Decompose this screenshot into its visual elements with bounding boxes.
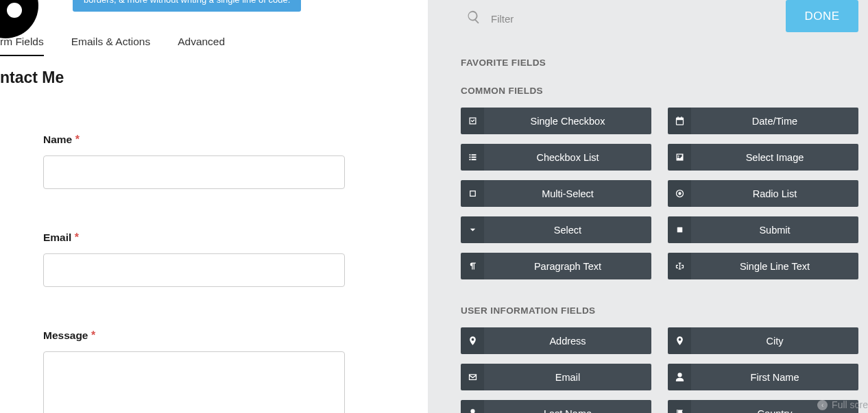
field-palette-drawer: DONE FAVORITE FIELDS COMMON FIELDS Singl… [428, 0, 868, 413]
filter-input[interactable] [491, 13, 669, 25]
field-label: Message [43, 329, 88, 342]
field-label: Email [43, 231, 71, 244]
field-type-label: Paragraph Text [484, 253, 651, 279]
field-type-label: Address [484, 327, 651, 354]
field-type-label: Date/Time [691, 108, 858, 134]
field-label: Name [43, 134, 72, 146]
field-type-button[interactable]: City [668, 327, 858, 354]
required-indicator: * [75, 134, 80, 145]
field-type-button[interactable]: Select Image [668, 144, 858, 171]
form-title[interactable]: ntact Me [0, 68, 64, 87]
list-icon [461, 144, 484, 171]
envelope-icon [461, 364, 484, 390]
square-icon [461, 180, 484, 207]
chevron-down-icon [461, 216, 484, 243]
user-info-fields-grid: AddressCityEmailFirst NameLast NameCount… [461, 327, 858, 413]
field-email[interactable]: Email * [43, 231, 345, 287]
calendar-icon [668, 108, 691, 134]
field-type-button[interactable]: Last Name [461, 400, 651, 413]
field-type-label: Multi-Select [484, 180, 651, 207]
field-type-button[interactable]: Email [461, 364, 651, 390]
field-type-button[interactable]: First Name [668, 364, 858, 390]
tab-advanced[interactable]: Advanced [178, 36, 225, 56]
field-type-label: Select Image [691, 144, 858, 171]
pin-icon [668, 327, 691, 354]
user-icon [668, 364, 691, 390]
field-message[interactable]: Message * [43, 329, 345, 413]
pin-icon [461, 327, 484, 354]
favorite-fields-heading: FAVORITE FIELDS [461, 58, 546, 68]
field-type-label: City [691, 327, 858, 354]
field-type-button[interactable]: Single Line Text [668, 253, 858, 279]
paragraph-icon [461, 253, 484, 279]
field-type-button[interactable]: Address [461, 327, 651, 354]
field-type-button[interactable]: Select [461, 216, 651, 243]
image-icon [668, 144, 691, 171]
required-indicator: * [75, 231, 79, 243]
field-type-button[interactable]: Paragraph Text [461, 253, 651, 279]
field-type-button[interactable]: Radio List [668, 180, 858, 207]
field-type-button[interactable]: Single Checkbox [461, 108, 651, 134]
field-type-label: First Name [691, 364, 858, 390]
email-input[interactable] [43, 253, 345, 287]
app-logo [0, 0, 38, 38]
tab-form-fields[interactable]: rm Fields [0, 36, 44, 56]
field-type-label: Last Name [484, 400, 651, 413]
form-builder-pane: borders, & more without writing a single… [0, 0, 428, 413]
common-fields-heading: COMMON FIELDS [461, 86, 543, 96]
field-type-label: Submit [691, 216, 858, 243]
name-input[interactable] [43, 155, 345, 189]
user-info-fields-heading: USER INFORMATION FIELDS [461, 305, 595, 316]
fullscreen-hint[interactable]: ‹ Full scre [817, 399, 868, 410]
field-type-label: Radio List [691, 180, 858, 207]
form-canvas: Name * Email * Message * [43, 134, 345, 413]
field-type-button[interactable]: Submit [668, 216, 858, 243]
fullscreen-icon: ‹ [817, 400, 828, 410]
required-indicator: * [91, 329, 95, 341]
flag-icon [668, 400, 691, 413]
common-fields-grid: Single CheckboxDate/TimeCheckbox ListSel… [461, 108, 858, 279]
field-type-label: Select [484, 216, 651, 243]
field-type-button[interactable]: Multi-Select [461, 180, 651, 207]
radio-icon [668, 180, 691, 207]
promo-banner[interactable]: borders, & more without writing a single… [73, 0, 301, 12]
search-icon [466, 10, 481, 27]
field-type-label: Single Line Text [691, 253, 858, 279]
field-type-label: Email [484, 364, 651, 390]
builder-tabs: rm Fields Emails & Actions Advanced [0, 36, 225, 56]
field-type-label: Single Checkbox [484, 108, 651, 134]
field-type-button[interactable]: Checkbox List [461, 144, 651, 171]
fullscreen-label: Full scre [832, 399, 868, 410]
field-type-label: Checkbox List [484, 144, 651, 171]
field-type-button[interactable]: Date/Time [668, 108, 858, 134]
square-solid-icon [668, 216, 691, 243]
tab-emails-actions[interactable]: Emails & Actions [71, 36, 150, 56]
user-icon [461, 400, 484, 413]
field-name[interactable]: Name * [43, 134, 345, 189]
checkbox-checked-icon [461, 108, 484, 134]
done-button[interactable]: DONE [786, 0, 858, 32]
message-input[interactable] [43, 351, 345, 413]
text-cursor-icon [668, 253, 691, 279]
